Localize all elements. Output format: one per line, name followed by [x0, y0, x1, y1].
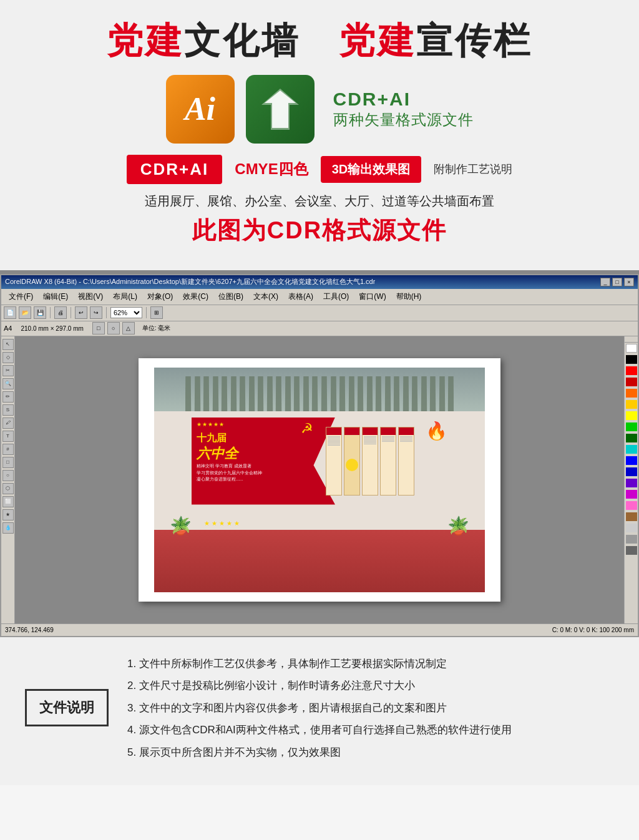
ellipse-tool[interactable]: ○: [107, 322, 120, 335]
smart-tool[interactable]: S: [2, 404, 14, 416]
print-btn[interactable]: 🖨: [54, 306, 67, 319]
color-darkblue[interactable]: [626, 467, 637, 476]
save-btn[interactable]: 💾: [34, 306, 46, 319]
canvas-center[interactable]: ★★★★★ 十九届 六中全 精神文明 学习教育 成效显著 学习贯彻党的十九届六中…: [15, 336, 624, 623]
cmyk-tag: CMYE四色: [235, 159, 308, 179]
bottom-section: 文件说明 1. 文件中所标制作工艺仅供参考，具体制作工艺要根据实际情况制定 2.…: [0, 637, 639, 786]
color-red[interactable]: [626, 366, 637, 375]
toolbar-sep-2: [71, 307, 71, 318]
ellipse-tool-left[interactable]: ○: [2, 470, 14, 481]
dim-label: 210.0 mm × 297.0 mm: [21, 325, 83, 332]
color-green[interactable]: [626, 422, 637, 431]
tags-row: CDR+AI CMYE四色 3D输出效果图 附制作工艺说明: [12, 155, 627, 184]
menu-edit[interactable]: 编辑(E): [38, 290, 73, 303]
desc-line: 适用展厅、展馆、办公室、会议室、大厅、过道等公共墙面布置: [12, 193, 627, 210]
undo-btn[interactable]: ↩: [75, 306, 87, 319]
left-toolbox: ↖ ◇ ✂ 🔍 ✏ S 🖊 T # □ ○ ⬡ ⬜ ★ 💧: [1, 336, 15, 623]
unit-label: 单位: 毫米: [142, 324, 171, 333]
format-text-block: CDR+AI 两种矢量格式源文件: [333, 89, 474, 130]
open-btn[interactable]: 📂: [19, 306, 31, 319]
menu-help[interactable]: 帮助(H): [391, 290, 427, 303]
ai-icon-box: Ai: [166, 75, 235, 144]
color-pink[interactable]: [626, 501, 637, 510]
menu-bitmap[interactable]: 位图(B): [213, 290, 248, 303]
new-btn[interactable]: 📄: [4, 306, 16, 319]
plant-right-icon: 🪴: [447, 515, 469, 536]
note-tag: 附制作工艺说明: [434, 162, 512, 177]
title-xuanchuan: 宣传栏: [416, 20, 532, 61]
fill-tool[interactable]: ⬜: [2, 496, 14, 507]
close-button[interactable]: ×: [624, 278, 634, 286]
color-white[interactable]: [626, 344, 637, 353]
second-toolbar: A4 210.0 mm × 297.0 mm □ ○ △ 单位: 毫米: [1, 321, 638, 336]
rect-tool-left[interactable]: □: [2, 457, 14, 468]
polygon-tool[interactable]: ⬡: [2, 483, 14, 494]
poly-tool[interactable]: △: [122, 322, 135, 335]
menu-file[interactable]: 文件(F): [4, 290, 38, 303]
cdr-ai-tag: CDR+AI: [127, 155, 223, 184]
color-gray[interactable]: [626, 535, 637, 544]
menu-view[interactable]: 视图(V): [73, 290, 108, 303]
color-lightgray[interactable]: [626, 524, 637, 532]
room-floor: [154, 530, 485, 592]
note-item-2: 2. 文件尺寸是投稿比例缩小设计，制作时请务必注意尺寸大小: [127, 678, 512, 694]
menu-tools[interactable]: 工具(O): [318, 290, 354, 303]
room-preview: ★★★★★ 十九届 六中全 精神文明 学习教育 成效显著 学习贯彻党的十九届六中…: [154, 368, 485, 592]
color-yellow[interactable]: [626, 411, 637, 420]
note-item-5: 5. 展示页中所含图片并不为实物，仅为效果图: [127, 745, 512, 761]
right-color-palette: [624, 336, 638, 623]
select-tool[interactable]: ↖: [2, 339, 14, 350]
maximize-button[interactable]: □: [612, 278, 622, 286]
color-brown[interactable]: [626, 512, 637, 521]
menu-table[interactable]: 表格(A): [283, 290, 318, 303]
color-gold[interactable]: [626, 400, 637, 409]
window-title-text: CorelDRAW X8 (64-Bit) - C:\Users\Adminis…: [5, 277, 375, 286]
pen-tool[interactable]: 🖊: [2, 418, 14, 429]
color-orange[interactable]: [626, 389, 637, 398]
menu-text[interactable]: 文本(X): [248, 290, 283, 303]
eyedropper-tool[interactable]: 💧: [2, 522, 14, 534]
title-wenhua: 文化墙: [184, 20, 339, 61]
color-darkgray[interactable]: [626, 546, 637, 555]
snap-btn[interactable]: ⊞: [150, 306, 163, 319]
table-tool[interactable]: #: [2, 444, 14, 455]
zoom-tool[interactable]: 🔍: [2, 378, 14, 389]
menu-window[interactable]: 窗口(W): [354, 290, 391, 303]
interactive-tool[interactable]: ★: [2, 509, 14, 520]
color-magenta[interactable]: [626, 490, 637, 499]
rect-tool[interactable]: □: [92, 322, 105, 335]
cdr-arrow-icon: [258, 87, 302, 131]
notes-list: 1. 文件中所标制作工艺仅供参考，具体制作工艺要根据实际情况制定 2. 文件尺寸…: [127, 656, 512, 761]
freehand-tool[interactable]: ✏: [2, 391, 14, 403]
software-window: CorelDRAW X8 (64-Bit) - C:\Users\Adminis…: [0, 274, 639, 637]
canvas-paper: ★★★★★ 十九届 六中全 精神文明 学习教育 成效显著 学习贯彻党的十九届六中…: [139, 358, 500, 602]
color-blue[interactable]: [626, 456, 637, 465]
menu-layout[interactable]: 布局(L): [108, 290, 142, 303]
menubar: 文件(F) 编辑(E) 视图(V) 布局(L) 对象(O) 效果(C) 位图(B…: [1, 289, 638, 305]
plant-left-icon: 🪴: [170, 515, 192, 536]
canvas-area: ↖ ◇ ✂ 🔍 ✏ S 🖊 T # □ ○ ⬡ ⬜ ★ 💧: [1, 336, 638, 623]
toolbar-sep-4: [146, 307, 147, 318]
title-dangji-2: 党建: [339, 20, 416, 61]
file-label-box: 文件说明: [25, 689, 109, 726]
color-black[interactable]: [626, 355, 637, 364]
icons-row: Ai CDR+AI 两种矢量格式源文件: [12, 75, 627, 144]
menu-effects[interactable]: 效果(C): [178, 290, 213, 303]
toolbar-sep-3: [106, 307, 107, 318]
color-darkred[interactable]: [626, 378, 637, 386]
toolbar-sep-1: [50, 307, 51, 318]
redo-btn[interactable]: ↪: [90, 306, 102, 319]
text-tool[interactable]: T: [2, 431, 14, 442]
shape-tool[interactable]: ◇: [2, 352, 14, 363]
cdr-icon-box: [246, 75, 315, 144]
color-darkgreen[interactable]: [626, 434, 637, 442]
window-controls: _ □ ×: [600, 278, 634, 286]
menu-object[interactable]: 对象(O): [142, 290, 178, 303]
color-purple[interactable]: [626, 479, 637, 487]
zoom-select[interactable]: 62% 100% 50%: [110, 307, 142, 318]
svg-marker-1: [261, 89, 299, 130]
note-item-4: 4. 源文件包含CDR和AI两种文件格式，使用者可自行选择自己熟悉的软件进行使用: [127, 722, 512, 738]
crop-tool[interactable]: ✂: [2, 365, 14, 376]
minimize-button[interactable]: _: [600, 278, 610, 286]
color-cyan[interactable]: [626, 445, 637, 454]
